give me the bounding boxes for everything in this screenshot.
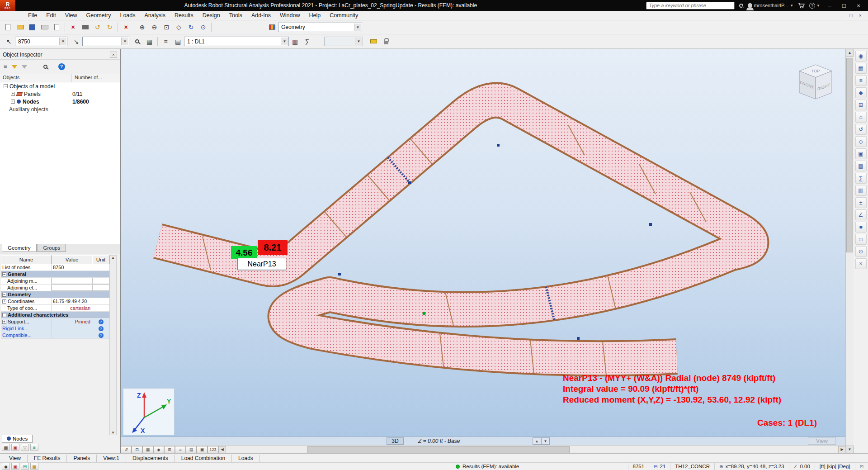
property-row-adjoining-elements[interactable]: Adjoining el... xyxy=(1,285,109,291)
view-shortcut-icon[interactable]: ▤ xyxy=(186,446,197,453)
render-roller-icon[interactable] xyxy=(368,36,380,47)
redo-icon[interactable]: ↻ xyxy=(104,21,116,33)
attributes-display-icon[interactable]: ▦ xyxy=(143,36,156,47)
tab-geometry[interactable]: Geometry xyxy=(2,244,37,252)
screen-capture-icon[interactable] xyxy=(79,21,91,33)
node-mode-icon[interactable]: ◆ xyxy=(2,463,10,470)
menu-analysis[interactable]: Analysis xyxy=(140,12,170,19)
edit-mode-icon[interactable]: ▣ xyxy=(11,463,19,470)
tab-groups[interactable]: Groups xyxy=(38,244,66,252)
new-project-icon[interactable] xyxy=(2,21,14,33)
view-shortcut-icon[interactable]: ◆ xyxy=(153,446,164,453)
notes-icon[interactable]: ≡ xyxy=(30,444,38,451)
expand-icon[interactable]: + xyxy=(11,92,15,96)
tab-fe-results[interactable]: FE Results xyxy=(28,455,67,462)
expand-icon[interactable]: + xyxy=(2,320,6,324)
property-row-coordinates[interactable]: +Coordinates 61.75 49.49 4.20 xyxy=(1,298,109,305)
view-manager-icon[interactable]: ◉ xyxy=(855,51,867,62)
current-node-field[interactable]: 8751 xyxy=(628,463,649,470)
menu-view[interactable]: View xyxy=(61,12,82,19)
close-icon[interactable]: × xyxy=(110,52,117,58)
angle-field[interactable]: ∠0.00 xyxy=(789,463,815,470)
mesh-display-icon[interactable]: ▤ xyxy=(855,161,867,171)
zoom-in-icon[interactable]: ⊕ xyxy=(136,21,148,33)
save-icon[interactable] xyxy=(26,21,38,33)
scroll-left-icon[interactable]: ◀ xyxy=(218,446,226,453)
node-selection-combobox[interactable]: 8750 ▼ xyxy=(15,37,67,46)
help-menu[interactable]: ?▼ xyxy=(809,3,820,9)
print-icon[interactable] xyxy=(38,21,51,33)
menu-window[interactable]: Window xyxy=(275,12,304,19)
object-selection-combobox[interactable]: ▼ xyxy=(82,37,129,46)
spinner-up-icon[interactable]: ▲ xyxy=(533,437,541,445)
minimize-button[interactable]: – xyxy=(825,2,835,9)
collapse-icon[interactable]: – xyxy=(2,272,6,276)
vertical-scroll-thumb[interactable] xyxy=(846,58,853,252)
tree-item-panels[interactable]: + Panels 0/11 xyxy=(0,90,120,98)
property-section-general[interactable]: –General xyxy=(1,271,109,278)
horizontal-scroll-thumb[interactable] xyxy=(307,446,570,453)
robot-app-icon[interactable]: R PRO xyxy=(0,0,15,11)
maximize-button[interactable]: □ xyxy=(839,2,849,9)
menu-geometry[interactable]: Geometry xyxy=(82,12,116,19)
close-button[interactable]: × xyxy=(854,2,863,9)
collapse-icon[interactable]: – xyxy=(4,84,8,88)
work-plane-label[interactable]: Z = 0.00 ft - Base xyxy=(418,438,460,444)
selection-filter-icon[interactable] xyxy=(131,36,143,47)
zoom-window-icon[interactable]: ⊡ xyxy=(160,21,173,33)
view-shortcut-icon[interactable]: ⊡ xyxy=(132,446,142,453)
scroll-down-icon[interactable]: ▼ xyxy=(846,446,854,453)
display-table-icon[interactable]: ≡ xyxy=(160,36,172,47)
selected-node-marker[interactable] xyxy=(423,312,426,315)
view-button[interactable]: View xyxy=(808,437,836,445)
model-viewport[interactable]: 4.56 8.21 NearP13 NearP13 - (MYY+ (W&A))… xyxy=(120,49,845,453)
menu-community[interactable]: Community xyxy=(325,12,363,19)
view-shortcut-icon[interactable]: ≡ xyxy=(175,446,186,453)
solid-view-icon[interactable]: ■ xyxy=(855,222,867,233)
menu-results[interactable]: Results xyxy=(170,12,198,19)
deck-band[interactable] xyxy=(158,100,751,359)
tab-load-combination[interactable]: Load Combination xyxy=(175,455,232,462)
tab-loads[interactable]: Loads xyxy=(232,455,260,462)
tab-view1[interactable]: View:1 xyxy=(97,455,126,462)
search-icon[interactable] xyxy=(43,65,47,69)
view-shortcut-icon[interactable]: 123 xyxy=(208,446,218,453)
chevron-down-icon[interactable]: ▼ xyxy=(121,38,128,45)
rotate-view-icon[interactable]: ↻ xyxy=(185,21,197,33)
menu-file[interactable]: File xyxy=(24,12,42,19)
layout-selector-icon[interactable] xyxy=(266,21,278,33)
property-row-list-of-nodes[interactable]: List of nodes 8750 xyxy=(1,264,109,271)
result-maps-icon[interactable]: ▣ xyxy=(855,148,867,159)
object-numbers-icon[interactable]: ≡ xyxy=(855,75,867,86)
mdi-restore-icon[interactable]: □ xyxy=(849,13,853,18)
property-row-rigid-link[interactable]: Rigid Link... ? xyxy=(1,325,109,332)
menu-addins[interactable]: Add-Ins xyxy=(247,12,275,19)
expand-icon[interactable]: + xyxy=(2,299,6,304)
scroll-down-icon[interactable]: ▼ xyxy=(111,431,115,435)
tab-nodes[interactable]: Nodes xyxy=(2,435,33,443)
close-view-icon[interactable]: × xyxy=(855,258,867,269)
section-name-field[interactable]: TH12_CONCR xyxy=(670,463,714,470)
cancel-mode-icon[interactable]: × xyxy=(120,21,132,33)
lock-view-icon[interactable] xyxy=(380,36,392,47)
palette-icon[interactable]: ▣ xyxy=(11,444,19,451)
filter-icon[interactable]: ▽ xyxy=(21,444,29,451)
menu-edit[interactable]: Edit xyxy=(42,12,61,19)
keyword-search-input[interactable] xyxy=(646,2,735,9)
previous-selection-icon[interactable]: ↘ xyxy=(70,36,82,47)
property-section-geometry[interactable]: –Geometry xyxy=(1,291,109,298)
search-icon[interactable] xyxy=(739,4,743,8)
zoom-out-icon[interactable]: ⊖ xyxy=(148,21,160,33)
snap-settings-icon[interactable]: ⊞ xyxy=(21,463,29,470)
display-options-icon[interactable]: ▦ xyxy=(855,63,867,74)
delete-icon[interactable]: × xyxy=(67,21,79,33)
filter-clear-icon[interactable] xyxy=(22,65,27,69)
layout-combobox[interactable]: Geometry ▼ xyxy=(278,23,362,32)
chevron-down-icon[interactable]: ▼ xyxy=(281,38,288,45)
tab-view[interactable]: View xyxy=(3,455,28,462)
sort-icon[interactable]: ≡ xyxy=(4,63,7,70)
load-case-combobox[interactable]: 1 : DL1 ▼ xyxy=(184,37,289,46)
tab-panels[interactable]: Panels xyxy=(67,455,97,462)
collapse-icon[interactable]: – xyxy=(2,313,6,317)
cart-icon[interactable] xyxy=(798,3,805,9)
